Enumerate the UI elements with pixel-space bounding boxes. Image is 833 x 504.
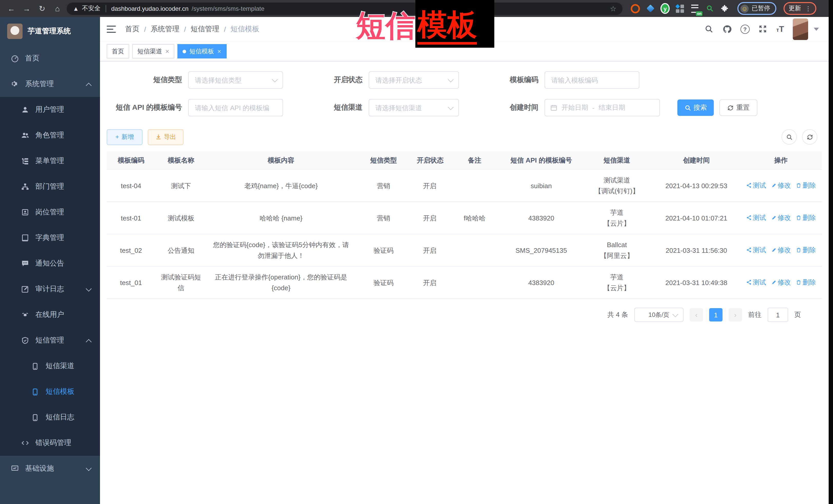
browser-menu-dots-icon[interactable]: ⋮ [805,5,811,12]
status-select[interactable] [369,71,459,89]
github-icon[interactable] [722,24,732,33]
goto-label: 前往 [748,310,761,319]
col-api-id: 短信 API 的模板编号 [501,151,581,169]
phone-icon [31,362,40,370]
fullscreen-icon[interactable] [758,24,768,33]
browser-home-icon[interactable]: ⌂ [51,2,64,15]
tab-home[interactable]: 首页 [106,44,129,58]
test-link[interactable]: 测试 [746,180,766,191]
close-icon[interactable]: ✕ [165,48,169,54]
sidebar-item-audit-log[interactable]: 审计日志 [0,277,100,302]
menu-tree-icon [21,157,29,165]
sidebar-item-roles[interactable]: 角色管理 [0,123,100,148]
refresh-button[interactable] [802,129,817,145]
test-link[interactable]: 测试 [746,212,766,223]
sidebar-item-departments[interactable]: 部门管理 [0,174,100,199]
monitor-icon [10,464,19,473]
page-size-select[interactable]: 10条/页 [634,308,684,322]
delete-link[interactable]: 删除 [796,245,816,255]
browser-back-icon[interactable]: ← [5,2,18,15]
phone-icon [31,387,40,396]
sidebar-item-sms-log[interactable]: 短信日志 [0,405,100,430]
template-code-input[interactable] [545,71,639,89]
close-icon[interactable]: ✕ [217,48,221,54]
sidebar-item-notices[interactable]: 通知公告 [0,251,100,277]
screen: ← → ↻ ⌂ ▲ 不安全 dashboard.yudao.iocoder.cn… [0,0,833,504]
sidebar-item-online-users[interactable]: 在线用户 [0,302,100,328]
page-number-button[interactable]: 1 [709,308,722,321]
test-link[interactable]: 测试 [746,277,766,288]
breadcrumb: 首页 / 系统管理 / 短信管理 / 短信模板 [125,24,259,33]
phone-icon [31,413,40,422]
edit-link[interactable]: 修改 [771,277,791,288]
browser-reload-icon[interactable]: ↻ [36,2,48,15]
reset-button[interactable]: 重置 [719,99,757,116]
sidebar-item-users[interactable]: 用户管理 [0,97,100,123]
sms-type-select[interactable] [188,71,283,89]
sidebar-item-sms[interactable]: 短信管理 [0,328,100,353]
edit-link[interactable]: 修改 [771,212,791,223]
extension-list-on-icon[interactable]: on [690,4,699,13]
breadcrumb-home[interactable]: 首页 [125,24,140,33]
search-button[interactable]: 搜索 [677,99,714,116]
extension-orange-ring-icon[interactable] [631,4,640,13]
sms-channel-select[interactable] [369,99,459,116]
sidebar-item-posts[interactable]: 岗位管理 [0,199,100,225]
sidebar-logo[interactable]: 芋道管理系统 [0,17,100,46]
sidebar-collapse-icon[interactable] [106,25,116,32]
extension-y-icon[interactable]: y [661,4,670,13]
add-button[interactable]: + 新增 [106,129,143,145]
window-right-edge [829,0,833,504]
sidebar-item-system[interactable]: 系统管理 [0,71,100,97]
delete-link[interactable]: 删除 [796,277,816,288]
edit-log-icon [21,285,29,293]
breadcrumb-system[interactable]: 系统管理 [151,24,180,33]
prev-page-button[interactable]: ‹ [690,308,703,321]
delete-link[interactable]: 删除 [796,180,816,191]
next-page-button[interactable]: › [729,308,742,321]
sidebar-item-dicts[interactable]: 字典管理 [0,225,100,251]
user-avatar[interactable] [793,18,808,40]
extension-blue-gem-icon[interactable] [646,4,655,13]
insecure-warning-icon: ▲ [73,5,79,12]
edit-link[interactable]: 修改 [771,245,791,255]
test-link[interactable]: 测试 [746,245,766,255]
header-search-icon[interactable] [705,24,714,33]
sidebar-item-infrastructure[interactable]: 基础设施 [0,456,100,481]
extensions-puzzle-icon[interactable] [720,4,729,13]
url-path: /system/sms/sms-template [192,5,264,12]
chevron-down-icon [672,311,679,317]
browser-profile-paused-badge[interactable]: ☺ 已暂停 [737,2,776,15]
browser-forward-icon[interactable]: → [21,2,33,15]
sms-type-label: 短信类型 [106,75,188,85]
export-button[interactable]: 导出 [148,129,184,145]
browser-update-button[interactable]: 更新 ⋮ [784,2,816,15]
goto-page-input[interactable]: 1 [768,308,788,322]
sidebar-item-sms-channel[interactable]: 短信渠道 [0,353,100,379]
sidebar-item-home[interactable]: 首页 [0,46,100,71]
extension-grid-icon[interactable] [675,4,685,13]
font-size-icon[interactable]: тT [776,24,784,33]
org-tree-icon [21,182,29,191]
plus-icon: + [115,133,119,141]
breadcrumb-sms[interactable]: 短信管理 [191,24,219,33]
tab-sms-channel[interactable]: 短信渠道 ✕ [132,44,174,58]
sidebar-item-error-codes[interactable]: 错误码管理 [0,430,100,456]
create-time-range-picker[interactable]: 开始日期 - 结束日期 [545,99,660,116]
table-row: test-01 测试模板 哈哈哈 {name} 营销 开启 f哈哈哈 43839… [106,202,822,234]
show-search-button[interactable] [782,129,797,145]
bookmark-star-icon[interactable]: ☆ [610,4,616,13]
insecure-warning-label: 不安全 [82,4,100,13]
help-icon[interactable]: ? [740,24,750,33]
sidebar-item-menus[interactable]: 菜单管理 [0,148,100,174]
sidebar-item-sms-template[interactable]: 短信模板 [0,379,100,405]
trash-icon [796,183,802,188]
avatar-caret-icon[interactable] [814,27,819,30]
address-bar[interactable]: ▲ 不安全 dashboard.yudao.iocoder.cn/system/… [67,2,622,15]
tab-sms-template[interactable]: 短信模板 ✕ [178,44,227,58]
api-template-id-input[interactable] [188,99,283,116]
extension-magnifier-icon[interactable] [705,4,714,13]
edit-link[interactable]: 修改 [771,180,791,191]
delete-link[interactable]: 删除 [796,212,816,223]
col-actions: 操作 [740,151,822,169]
